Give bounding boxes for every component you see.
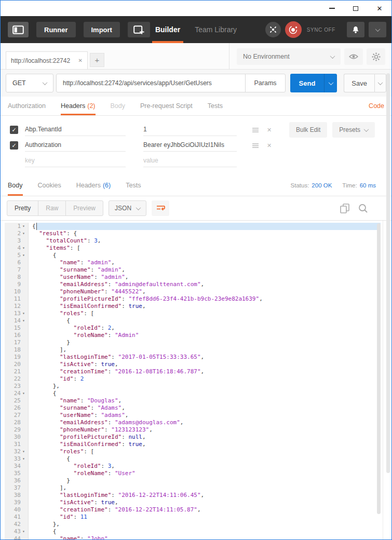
line-number: 22 [5,375,29,383]
tab-body[interactable]: Body [111,97,126,115]
fold-arrow-icon[interactable]: ▾ [22,455,28,463]
code-text: "lastLoginTime": "2017-01-05T15:33:33.65… [29,354,204,361]
code-line: 11 "profilePictureId": "ffef8dd6-23f4-42… [1,295,383,303]
send-options-button[interactable] [324,74,337,92]
search-icon[interactable] [358,204,368,213]
tab-response-body[interactable]: Body [8,174,23,196]
environment-selector[interactable]: No Environment [237,48,341,65]
row-menu-icon[interactable] [252,143,259,148]
close-tab-icon[interactable]: ✕ [78,58,83,63]
save-options-button[interactable] [374,74,386,92]
presets-button[interactable]: Presets [332,122,375,138]
fold-arrow-icon[interactable]: ▾ [22,448,28,455]
header-key-field[interactable]: Abp.TenantId [25,124,126,136]
code-line: 39 "isActive": true, [1,499,383,506]
view-raw-button[interactable]: Raw [38,201,66,215]
code-line: 32▾ "roles": [ [1,448,383,455]
url-input[interactable]: http://localhost:22742/api/services/app/… [57,79,245,87]
line-number: 13▾ [5,310,29,317]
view-preview-button[interactable]: Preview [66,201,103,215]
import-button[interactable]: Import [84,22,120,37]
line-number: 5▾ [5,252,29,259]
tab-builder[interactable]: Builder [155,16,180,43]
fold-arrow-icon[interactable]: ▾ [22,317,28,325]
wrap-lines-button[interactable] [152,200,169,216]
line-number: 38 [5,492,29,499]
fold-arrow-icon[interactable]: ▾ [22,223,28,230]
header-key-field-empty[interactable]: key [25,155,126,167]
headers-editor: ✓ Abp.TenantId 1 ✕ ✓ Authorization Beare… [1,116,391,174]
line-number: 34 [5,463,29,470]
line-number: 27 [5,412,29,419]
fold-arrow-icon[interactable]: ▾ [22,252,28,259]
sidebar-toggle-button[interactable] [8,22,29,37]
tab-tests[interactable]: Tests [208,97,223,115]
code-link[interactable]: Code [369,97,384,115]
line-number: 4▾ [5,245,29,252]
key-placeholder: key [25,157,35,164]
response-tests-label: Tests [126,182,141,189]
code-line: 4▾ "items": [ [1,245,383,252]
header-value-field[interactable]: 1 [143,124,237,136]
header-checkbox[interactable]: ✓ [10,126,18,134]
sync-status-button[interactable] [285,21,302,38]
header-checkbox[interactable]: ✓ [10,141,18,150]
tab-team-library[interactable]: Team Library [195,16,237,43]
method-select[interactable]: GET [6,74,53,92]
copy-icon[interactable] [340,204,349,213]
tab-authorization[interactable]: Authorization [8,97,46,115]
delete-row-icon[interactable]: ✕ [267,142,272,149]
line-number: 8 [5,274,29,281]
header-value-field-empty[interactable]: value [143,155,237,167]
interceptor-button[interactable] [265,22,281,37]
code-text: "result": { [29,230,77,237]
delete-row-icon[interactable]: ✕ [267,127,272,133]
tab-headers[interactable]: Headers (2) [61,97,96,115]
save-button[interactable]: Save [344,74,374,92]
header-value-field[interactable]: Bearer eyJhbGciOiJIUzI1NiIs [143,139,237,152]
format-select[interactable]: JSON [109,200,146,216]
bulk-edit-button[interactable]: Bulk Edit [289,122,327,138]
editor-scrollbar[interactable] [377,223,381,514]
tab-response-cookies[interactable]: Cookies [38,174,61,196]
code-line: 21 "creationTime": "2016-12-08T16:18:46.… [1,368,383,375]
window-scrollbar[interactable] [386,73,390,473]
line-number: 18 [5,346,29,354]
code-text: "roleName": "User" [29,470,136,477]
row-menu-icon[interactable] [252,128,259,132]
tab-prerequest-script[interactable]: Pre-request Script [140,97,193,115]
new-window-button[interactable] [128,22,150,37]
minimize-button[interactable] [320,1,344,16]
params-button[interactable]: Params [245,74,285,92]
tab-response-tests[interactable]: Tests [126,174,141,196]
response-body-label: Body [8,182,23,189]
send-button[interactable]: Send [290,74,325,92]
environment-preview-button[interactable] [344,48,363,65]
code-text: ], [29,346,66,354]
close-button[interactable]: ✕ [368,1,391,16]
fold-arrow-icon[interactable]: ▾ [22,245,28,252]
maximize-button[interactable] [344,1,368,16]
tab-response-headers[interactable]: Headers (6) [76,174,111,196]
notifications-button[interactable] [347,22,364,37]
fold-arrow-icon[interactable]: ▾ [22,230,28,237]
line-number: 15 [5,325,29,332]
fold-arrow-icon[interactable]: ▾ [22,528,28,535]
code-line: 43▾ { [1,528,383,535]
view-pretty-button[interactable]: Pretty [7,201,38,215]
runner-label: Runner [44,26,68,34]
request-tab[interactable]: http://localhost:22742 ✕ [6,51,88,69]
response-body-editor[interactable]: 1▾{2▾ "result": {3 "totalCount": 3,4▾ "i… [1,221,383,539]
header-key-field[interactable]: Authorization [25,139,126,152]
runner-button[interactable]: Runner [36,22,76,37]
settings-button[interactable] [367,48,385,65]
code-text: "userName": "admin", [29,274,128,281]
code-text: "id": 2 [29,375,84,383]
fold-arrow-icon[interactable]: ▾ [22,390,28,397]
new-tab-button[interactable]: + [90,53,104,67]
code-text: }, [29,521,60,528]
user-menu-button[interactable] [369,22,386,37]
code-line: 35 "roleName": "User" [1,470,383,477]
code-line: 18 ], [1,346,383,354]
fold-arrow-icon[interactable]: ▾ [22,310,28,317]
